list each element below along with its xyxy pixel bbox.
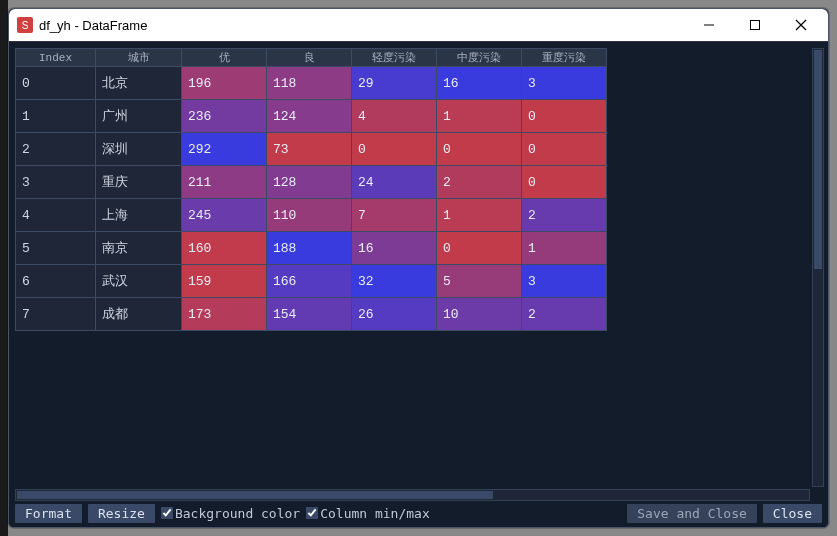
cell-city[interactable]: 重庆 (96, 166, 182, 199)
cell-value[interactable]: 73 (267, 133, 352, 166)
bgcolor-label: Background color (175, 506, 300, 521)
editor-gutter-behind (0, 0, 8, 536)
bgcolor-input[interactable] (161, 507, 173, 519)
cell-city[interactable]: 北京 (96, 67, 182, 100)
minmax-input[interactable] (306, 507, 318, 519)
titlebar[interactable]: S df_yh - DataFrame (9, 9, 828, 41)
cell-value[interactable]: 0 (352, 133, 437, 166)
cell-value[interactable]: 0 (437, 133, 522, 166)
cell-value[interactable]: 173 (182, 298, 267, 331)
cell-city[interactable]: 深圳 (96, 133, 182, 166)
cell-value[interactable]: 0 (522, 166, 607, 199)
cell-value[interactable]: 0 (522, 133, 607, 166)
col-3[interactable]: 轻度污染 (352, 49, 437, 67)
horizontal-scrollbar[interactable] (15, 489, 810, 501)
cell-value[interactable]: 3 (522, 265, 607, 298)
vscroll-thumb[interactable] (814, 50, 822, 269)
app-icon: S (17, 17, 33, 33)
cell-value[interactable]: 0 (522, 100, 607, 133)
cell-value[interactable]: 7 (352, 199, 437, 232)
cell-value[interactable]: 188 (267, 232, 352, 265)
header-row[interactable]: Index 城市 优 良 轻度污染 中度污染 重度污染 (16, 49, 607, 67)
col-city[interactable]: 城市 (96, 49, 182, 67)
svg-rect-1 (751, 21, 760, 30)
cell-value[interactable]: 5 (437, 265, 522, 298)
dataframe-window: S df_yh - DataFrame Index 城市 优 良 轻度污染 (8, 8, 829, 528)
window-title: df_yh - DataFrame (39, 18, 686, 33)
cell-index[interactable]: 2 (16, 133, 96, 166)
cell-index[interactable]: 4 (16, 199, 96, 232)
col-2[interactable]: 良 (267, 49, 352, 67)
cell-value[interactable]: 211 (182, 166, 267, 199)
cell-value[interactable]: 1 (522, 232, 607, 265)
vertical-scrollbar[interactable] (812, 48, 824, 487)
cell-value[interactable]: 4 (352, 100, 437, 133)
cell-value[interactable]: 29 (352, 67, 437, 100)
table-row[interactable]: 6武汉1591663253 (16, 265, 607, 298)
cell-value[interactable]: 292 (182, 133, 267, 166)
cell-city[interactable]: 上海 (96, 199, 182, 232)
table-row[interactable]: 3重庆2111282420 (16, 166, 607, 199)
col-1[interactable]: 优 (182, 49, 267, 67)
grid-wrap: Index 城市 优 良 轻度污染 中度污染 重度污染 0北京196118291… (9, 42, 828, 503)
cell-index[interactable]: 1 (16, 100, 96, 133)
cell-index[interactable]: 0 (16, 67, 96, 100)
cell-value[interactable]: 32 (352, 265, 437, 298)
cell-value[interactable]: 154 (267, 298, 352, 331)
col-index[interactable]: Index (16, 49, 96, 67)
table-row[interactable]: 2深圳29273000 (16, 133, 607, 166)
table-row[interactable]: 4上海245110712 (16, 199, 607, 232)
table-row[interactable]: 0北京19611829163 (16, 67, 607, 100)
cell-value[interactable]: 10 (437, 298, 522, 331)
cell-value[interactable]: 16 (437, 67, 522, 100)
cell-value[interactable]: 110 (267, 199, 352, 232)
col-5[interactable]: 重度污染 (522, 49, 607, 67)
cell-value[interactable]: 0 (437, 232, 522, 265)
cell-city[interactable]: 武汉 (96, 265, 182, 298)
cell-value[interactable]: 16 (352, 232, 437, 265)
table-row[interactable]: 7成都17315426102 (16, 298, 607, 331)
resize-button[interactable]: Resize (88, 504, 155, 523)
cell-value[interactable]: 2 (522, 199, 607, 232)
cell-index[interactable]: 5 (16, 232, 96, 265)
cell-value[interactable]: 160 (182, 232, 267, 265)
hscroll-thumb[interactable] (17, 491, 493, 499)
cell-value[interactable]: 236 (182, 100, 267, 133)
cell-value[interactable]: 24 (352, 166, 437, 199)
minmax-checkbox[interactable]: Column min/max (306, 506, 430, 521)
cell-index[interactable]: 3 (16, 166, 96, 199)
cell-value[interactable]: 196 (182, 67, 267, 100)
cell-city[interactable]: 成都 (96, 298, 182, 331)
format-button[interactable]: Format (15, 504, 82, 523)
dataframe-table[interactable]: Index 城市 优 良 轻度污染 中度污染 重度污染 0北京196118291… (15, 48, 607, 331)
table-row[interactable]: 5南京1601881601 (16, 232, 607, 265)
cell-value[interactable]: 26 (352, 298, 437, 331)
minmax-label: Column min/max (320, 506, 430, 521)
close-button[interactable] (778, 10, 824, 40)
cell-value[interactable]: 2 (522, 298, 607, 331)
cell-value[interactable]: 124 (267, 100, 352, 133)
cell-value[interactable]: 166 (267, 265, 352, 298)
cell-value[interactable]: 2 (437, 166, 522, 199)
cell-value[interactable]: 159 (182, 265, 267, 298)
footer-bar: Format Resize Background color Column mi… (9, 503, 828, 527)
cell-index[interactable]: 6 (16, 265, 96, 298)
cell-value[interactable]: 1 (437, 199, 522, 232)
bgcolor-checkbox[interactable]: Background color (161, 506, 300, 521)
content-area: Index 城市 优 良 轻度污染 中度污染 重度污染 0北京196118291… (9, 41, 828, 527)
table-row[interactable]: 1广州236124410 (16, 100, 607, 133)
cell-value[interactable]: 118 (267, 67, 352, 100)
cell-index[interactable]: 7 (16, 298, 96, 331)
cell-city[interactable]: 南京 (96, 232, 182, 265)
col-4[interactable]: 中度污染 (437, 49, 522, 67)
cell-value[interactable]: 1 (437, 100, 522, 133)
cell-value[interactable]: 128 (267, 166, 352, 199)
cell-city[interactable]: 广州 (96, 100, 182, 133)
maximize-button[interactable] (732, 10, 778, 40)
close-footer-button[interactable]: Close (763, 504, 822, 523)
cell-value[interactable]: 3 (522, 67, 607, 100)
save-and-close-button[interactable]: Save and Close (627, 504, 757, 523)
minimize-button[interactable] (686, 10, 732, 40)
cell-value[interactable]: 245 (182, 199, 267, 232)
